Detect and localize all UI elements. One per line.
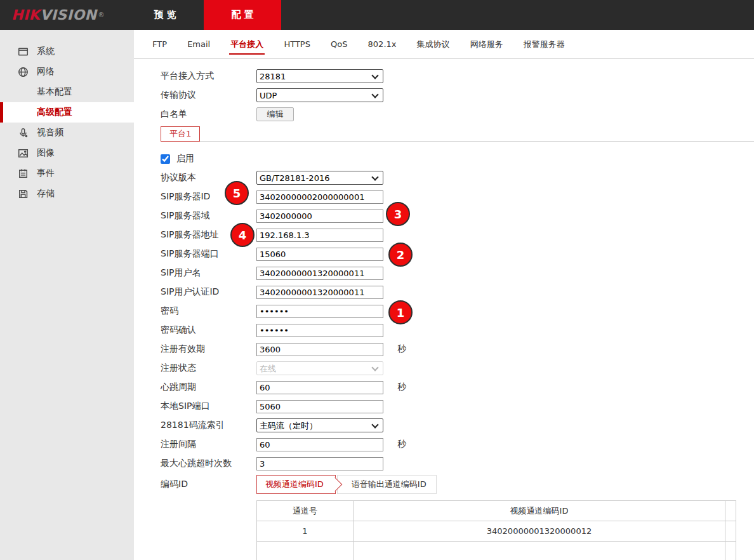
video-channel-id-header: 视频通道编码ID bbox=[354, 501, 725, 521]
tab-integration-protocol[interactable]: 集成协议 bbox=[417, 30, 450, 58]
channel-no-cell bbox=[257, 542, 354, 560]
channel-encode-id-table: 通道号 视频通道编码ID 1 34020000001320000012 bbox=[256, 500, 736, 560]
storage-icon bbox=[18, 189, 29, 199]
sip-server-id-input[interactable] bbox=[256, 190, 383, 204]
local-sip-port-input[interactable] bbox=[256, 400, 383, 413]
sidebar-item-audio-video[interactable]: 视音频 bbox=[0, 123, 134, 143]
table-row[interactable]: 1 34020000001320000012 bbox=[257, 521, 736, 542]
nav-preview[interactable]: 预 览 bbox=[126, 0, 204, 30]
table-row[interactable] bbox=[257, 542, 736, 560]
tab-alarm-server[interactable]: 报警服务器 bbox=[524, 30, 565, 58]
form-row: 注册状态 在线 bbox=[161, 359, 754, 378]
main-content: FTP Email 平台接入 HTTPS QoS 802.1x 集成协议 网络服… bbox=[134, 30, 754, 560]
form-row: 注册间隔 秒 bbox=[161, 435, 754, 454]
tab-8021x[interactable]: 802.1x bbox=[368, 30, 397, 58]
sidebar-item-basic-config[interactable]: 基本配置 bbox=[0, 82, 134, 102]
password-confirm-input[interactable] bbox=[256, 324, 383, 337]
video-channel-id-cell bbox=[354, 542, 725, 560]
enable-label: 启用 bbox=[176, 153, 194, 164]
protocol-version-select[interactable]: GB/T28181-2016 bbox=[256, 171, 383, 185]
platform-mode-label: 平台接入方式 bbox=[161, 70, 256, 82]
tab-network-service[interactable]: 网络服务 bbox=[470, 30, 503, 58]
extra-column-header bbox=[725, 501, 736, 521]
sip-server-port-label: SIP服务器端口 bbox=[161, 248, 256, 260]
sip-username-input[interactable] bbox=[256, 267, 383, 280]
form-row: 密码 bbox=[161, 302, 754, 321]
sidebar-item-image[interactable]: 图像 bbox=[0, 143, 134, 163]
password-input[interactable] bbox=[256, 305, 383, 318]
form-row: 最大心跳超时次数 bbox=[161, 454, 754, 473]
platform-mode-select[interactable]: 28181 bbox=[256, 69, 383, 83]
register-interval-input[interactable] bbox=[256, 438, 383, 451]
form-row: 通道号 视频通道编码ID 1 34020000001320000012 bbox=[161, 496, 754, 560]
register-validity-input[interactable] bbox=[256, 343, 383, 356]
transport-protocol-label: 传输协议 bbox=[161, 90, 256, 101]
audio-video-icon bbox=[18, 128, 29, 138]
whitelist-edit-button[interactable]: 编辑 bbox=[256, 107, 294, 121]
tab-ftp[interactable]: FTP bbox=[152, 30, 167, 58]
tab-qos[interactable]: QoS bbox=[331, 30, 347, 58]
tab-platform-access[interactable]: 平台接入 bbox=[230, 30, 263, 58]
form-row: SIP服务器ID bbox=[161, 187, 754, 206]
sidebar-item-network[interactable]: 网络 bbox=[0, 62, 134, 82]
heartbeat-period-input[interactable] bbox=[256, 381, 383, 394]
seconds-unit: 秒 bbox=[397, 439, 406, 450]
video-channel-id-cell: 34020000001320000012 bbox=[354, 521, 725, 542]
max-heartbeat-timeout-input[interactable] bbox=[256, 457, 383, 470]
sidebar-item-label: 存储 bbox=[37, 188, 55, 199]
register-interval-label: 注册间隔 bbox=[161, 439, 256, 450]
nav-configuration[interactable]: 配 置 bbox=[204, 0, 281, 30]
tab-https[interactable]: HTTPS bbox=[284, 30, 310, 58]
sidebar-item-label: 视音频 bbox=[37, 127, 63, 138]
stream-index-label: 28181码流索引 bbox=[161, 420, 256, 431]
extra-cell bbox=[725, 542, 736, 560]
hikvision-logo: HIKVISION® bbox=[11, 0, 105, 30]
settings-tab-strip: FTP Email 平台接入 HTTPS QoS 802.1x 集成协议 网络服… bbox=[134, 30, 754, 59]
top-bar: HIKVISION® 预 览 配 置 bbox=[0, 0, 754, 30]
register-validity-label: 注册有效期 bbox=[161, 343, 256, 355]
form-row: SIP服务器域 bbox=[161, 206, 754, 225]
password-label: 密码 bbox=[161, 305, 256, 317]
network-icon bbox=[18, 67, 29, 77]
transport-protocol-select[interactable]: UDP bbox=[256, 88, 383, 102]
sidebar-item-label: 系统 bbox=[37, 46, 55, 57]
sip-server-address-input[interactable] bbox=[256, 229, 383, 242]
form-row: 启用 bbox=[161, 149, 754, 168]
sidebar-item-advanced-config[interactable]: 高级配置 bbox=[0, 102, 134, 123]
tab-email[interactable]: Email bbox=[187, 30, 210, 58]
form-row: SIP用户认证ID bbox=[161, 283, 754, 302]
enable-checkbox[interactable] bbox=[161, 154, 170, 164]
platform-access-form: 平台接入方式 28181 传输协议 UDP 白名单 编辑 平台1 启用 协议版本… bbox=[134, 59, 754, 560]
annotation-badge-2: 2 bbox=[388, 243, 413, 267]
form-row: 传输协议 UDP bbox=[161, 86, 754, 105]
sidebar-item-storage[interactable]: 存储 bbox=[0, 183, 134, 204]
form-row: SIP用户名 bbox=[161, 263, 754, 283]
sidebar-item-label: 图像 bbox=[37, 147, 55, 159]
encode-id-label: 编码ID bbox=[161, 479, 256, 490]
form-row: 密码确认 bbox=[161, 321, 754, 340]
sip-server-domain-label: SIP服务器域 bbox=[161, 210, 256, 222]
video-channel-encode-id-tab[interactable]: 视频通道编码ID bbox=[256, 475, 336, 494]
sip-server-domain-input[interactable] bbox=[256, 210, 383, 223]
sip-auth-id-input[interactable] bbox=[256, 286, 383, 299]
platform1-tab[interactable]: 平台1 bbox=[161, 126, 200, 142]
form-row: 编码ID 视频通道编码ID 语音输出通道编码ID bbox=[161, 473, 754, 496]
channel-no-header: 通道号 bbox=[257, 501, 354, 521]
sidebar-item-event[interactable]: 事件 bbox=[0, 163, 134, 183]
annotation-badge-4: 4 bbox=[230, 223, 255, 247]
stream-index-select[interactable]: 主码流（定时） bbox=[256, 418, 383, 432]
whitelist-label: 白名单 bbox=[161, 109, 256, 120]
sip-server-port-input[interactable] bbox=[256, 248, 383, 261]
sidebar: 系统 网络 基本配置 高级配置 视音频 图像 事件 存储 bbox=[0, 30, 134, 560]
form-row: 本地SIP端口 bbox=[161, 397, 754, 416]
annotation-badge-3: 3 bbox=[386, 202, 410, 226]
audio-output-channel-encode-id-tab[interactable]: 语音输出通道编码ID bbox=[337, 475, 437, 494]
seconds-unit: 秒 bbox=[397, 343, 406, 355]
form-row: 白名单 编辑 bbox=[161, 105, 754, 124]
extra-cell bbox=[725, 521, 736, 542]
sidebar-item-system[interactable]: 系统 bbox=[0, 41, 134, 62]
event-icon bbox=[18, 168, 29, 179]
max-heartbeat-timeout-label: 最大心跳超时次数 bbox=[161, 458, 256, 469]
image-icon bbox=[18, 148, 29, 159]
top-nav: 预 览 配 置 bbox=[126, 0, 281, 30]
